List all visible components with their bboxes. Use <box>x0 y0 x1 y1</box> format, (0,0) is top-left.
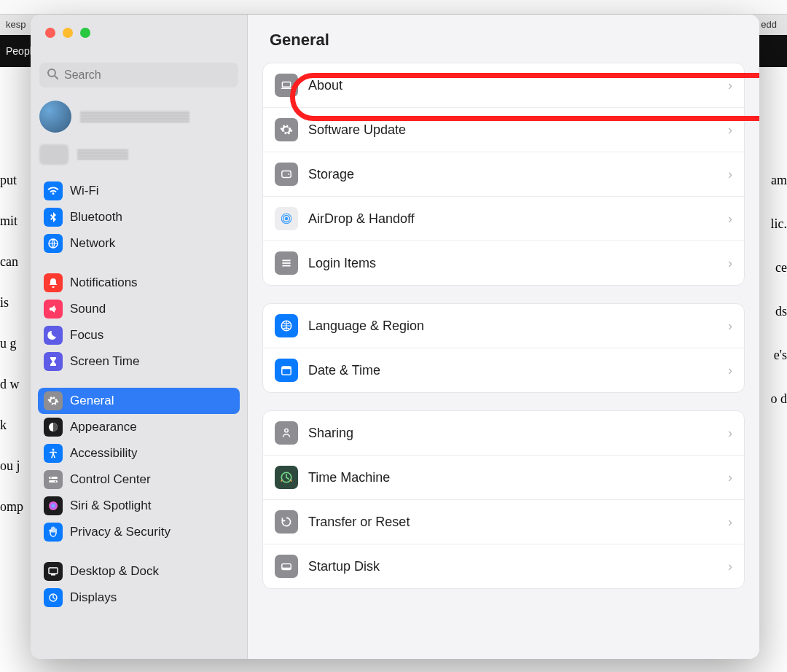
minimize-traffic-light[interactable] <box>63 28 73 38</box>
panel-row-label: Storage <box>308 167 354 182</box>
system-settings-window: Wi-FiBluetoothNetworkNotificationsSoundF… <box>31 15 759 659</box>
panel-row-label: Date & Time <box>308 363 380 378</box>
sidebar-item-label: Sound <box>70 302 106 316</box>
clock-icon <box>275 466 298 489</box>
sidebar-item-label: Accessibility <box>70 446 138 461</box>
screentime-icon <box>44 352 63 371</box>
sidebar-item-general[interactable]: General <box>38 388 240 414</box>
panel-row-software[interactable]: Software Update› <box>263 108 744 152</box>
svg-line-1 <box>55 76 58 79</box>
family-label-obscured <box>77 149 128 160</box>
sidebar-item-wifi[interactable]: Wi-Fi <box>38 178 240 204</box>
page-title: General <box>248 15 759 63</box>
sidebar-item-privacy[interactable]: Privacy & Security <box>38 519 240 545</box>
sidebar-item-bluetooth[interactable]: Bluetooth <box>38 204 240 230</box>
chevron-right-icon: › <box>728 426 732 441</box>
chevron-right-icon: › <box>728 122 732 138</box>
panel-row-label: Software Update <box>308 122 406 138</box>
panel-row-label: Language & Region <box>308 319 424 334</box>
account-name-obscured <box>80 111 189 122</box>
panel-row-label: About <box>308 78 342 93</box>
calendar-icon <box>275 359 298 382</box>
reset-icon <box>275 510 298 534</box>
panel-row-label: Time Machine <box>308 470 390 485</box>
chevron-right-icon: › <box>728 319 732 334</box>
panel-row-language[interactable]: Language & Region› <box>263 304 744 348</box>
sidebar-item-controlcenter[interactable]: Control Center <box>38 466 240 493</box>
sidebar-item-label: Bluetooth <box>70 210 122 224</box>
privacy-icon <box>44 523 63 542</box>
panel-row-about[interactable]: About› <box>263 63 744 108</box>
search-input[interactable] <box>64 69 231 82</box>
account-row[interactable] <box>31 96 247 137</box>
startup-icon <box>275 555 298 578</box>
sidebar-item-label: Siri & Spotlight <box>70 499 152 513</box>
chevron-right-icon: › <box>728 559 732 574</box>
sidebar-item-label: Desktop & Dock <box>70 564 159 579</box>
laptop-icon <box>275 74 298 97</box>
panel-row-transfer[interactable]: Transfer or Reset› <box>263 500 744 544</box>
bluetooth-icon <box>44 208 63 227</box>
sidebar-item-accessibility[interactable]: Accessibility <box>38 440 240 466</box>
panel-row-sharing[interactable]: Sharing› <box>263 411 744 456</box>
sidebar-item-label: Control Center <box>70 472 151 487</box>
family-icon-obscured <box>39 144 68 165</box>
sidebar-item-label: Privacy & Security <box>70 525 171 539</box>
sidebar-item-desktop[interactable]: Desktop & Dock <box>38 558 240 585</box>
panel-row-datetime[interactable]: Date & Time› <box>263 348 744 392</box>
close-traffic-light[interactable] <box>45 28 55 38</box>
sidebar-item-screentime[interactable]: Screen Time <box>38 348 240 375</box>
sidebar-list: Wi-FiBluetoothNetworkNotificationsSoundF… <box>31 175 247 633</box>
siri-icon <box>44 496 63 515</box>
sidebar-item-network[interactable]: Network <box>38 230 240 257</box>
bg-tab-left: kesp <box>0 15 31 34</box>
sidebar-item-label: Appearance <box>70 420 137 434</box>
sound-icon <box>44 300 63 319</box>
chevron-right-icon: › <box>728 470 732 485</box>
sidebar-item-displays[interactable]: Displays <box>38 585 240 611</box>
sidebar-item-label: Network <box>70 236 115 251</box>
chevron-right-icon: › <box>728 515 732 530</box>
panel-row-label: Startup Disk <box>308 559 380 574</box>
share-icon <box>275 421 298 445</box>
accessibility-icon <box>44 444 63 463</box>
panel-row-label: Sharing <box>308 426 353 441</box>
search-icon <box>47 68 58 82</box>
appearance-icon <box>44 418 63 437</box>
family-row[interactable] <box>31 137 247 175</box>
panel-row-startup[interactable]: Startup Disk› <box>263 544 744 588</box>
controlcenter-icon <box>44 470 63 489</box>
sidebar-item-notifications[interactable]: Notifications <box>38 270 240 296</box>
panel-row-login[interactable]: Login Items› <box>263 241 744 285</box>
disk-icon <box>275 163 298 186</box>
panel-row-storage[interactable]: Storage› <box>263 152 744 197</box>
airdrop-icon <box>275 207 298 230</box>
bg-left-fragments: putmitcanisu gd wkou jomp <box>0 168 33 535</box>
sidebar-item-label: Displays <box>70 590 117 605</box>
sidebar-item-siri[interactable]: Siri & Spotlight <box>38 493 240 519</box>
network-icon <box>44 234 63 253</box>
background-toolbar <box>0 0 787 15</box>
sidebar-item-appearance[interactable]: Appearance <box>38 414 240 440</box>
panel-row-label: Transfer or Reset <box>308 515 410 530</box>
gear-icon <box>275 118 298 141</box>
panel-row-timemachine[interactable]: Time Machine› <box>263 456 744 500</box>
sidebar-item-label: General <box>70 394 114 408</box>
chevron-right-icon: › <box>728 167 732 182</box>
wifi-icon <box>44 181 63 200</box>
chevron-right-icon: › <box>728 211 732 227</box>
bg-nav-people: Peopl <box>6 45 32 57</box>
displays-icon <box>44 588 63 607</box>
chevron-right-icon: › <box>728 256 732 271</box>
zoom-traffic-light[interactable] <box>80 28 90 38</box>
list-icon <box>275 251 298 275</box>
sidebar-item-label: Screen Time <box>70 354 139 369</box>
sidebar-item-sound[interactable]: Sound <box>38 296 240 322</box>
main-groups: About›Software Update›Storage›AirDrop & … <box>248 63 759 606</box>
globe-icon <box>275 314 298 337</box>
panel-row-airdrop[interactable]: AirDrop & Handoff› <box>263 197 744 241</box>
search-box[interactable] <box>39 63 238 87</box>
chevron-right-icon: › <box>728 78 732 93</box>
sidebar-item-focus[interactable]: Focus <box>38 322 240 348</box>
sidebar-item-label: Notifications <box>70 276 138 290</box>
